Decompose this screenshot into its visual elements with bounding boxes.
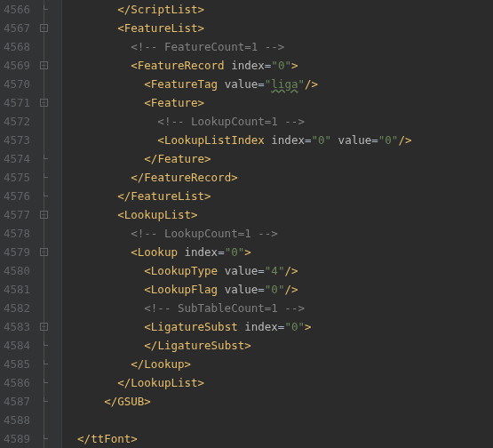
line-number: 4586	[4, 373, 30, 392]
code-line[interactable]: <LigatureSubst index="0">	[64, 317, 493, 336]
code-line[interactable]: <FeatureRecord index="0">	[64, 56, 493, 75]
fold-end-icon	[44, 155, 48, 159]
fold-toggle-icon[interactable]: −	[40, 248, 48, 256]
code-line[interactable]: </FeatureRecord>	[64, 168, 493, 187]
line-number: 4588	[4, 411, 30, 429]
fold-toggle-icon[interactable]: −	[40, 211, 48, 219]
code-area[interactable]: </ScriptList> <FeatureList> <!-- Feature…	[62, 0, 493, 448]
line-number: 4568	[4, 37, 30, 56]
code-line[interactable]: </FeatureList>	[64, 187, 493, 205]
line-number: 4569	[4, 56, 30, 75]
line-number: 4579	[4, 243, 30, 261]
code-line[interactable]: <Lookup index="0">	[64, 243, 493, 261]
fold-end-icon	[44, 341, 48, 346]
code-line[interactable]: </ttFont>	[64, 429, 493, 448]
fold-column[interactable]: −−−−−−	[37, 0, 52, 448]
code-editor[interactable]: 4566456745684569457045714572457345744575…	[0, 0, 493, 448]
code-line[interactable]: <FeatureList>	[64, 19, 493, 37]
line-number: 4574	[4, 149, 30, 168]
line-number: 4580	[4, 261, 30, 280]
line-number: 4578	[4, 224, 30, 243]
line-number: 4566	[4, 0, 30, 19]
code-line[interactable]: <!-- FeatureCount=1 -->	[64, 37, 493, 56]
code-line[interactable]: </Feature>	[64, 149, 493, 168]
line-number: 4573	[4, 131, 30, 149]
line-number: 4587	[4, 392, 30, 411]
code-line[interactable]: </LookupList>	[64, 373, 493, 392]
code-line[interactable]: </ScriptList>	[64, 0, 493, 19]
code-line[interactable]	[64, 411, 493, 429]
line-number: 4577	[4, 205, 30, 224]
fold-end-icon	[44, 397, 48, 402]
code-line[interactable]: <!-- LookupCount=1 -->	[64, 224, 493, 243]
code-line[interactable]: <!-- SubTableCount=1 -->	[64, 299, 493, 317]
code-line[interactable]: <LookupFlag value="0"/>	[64, 280, 493, 299]
line-number: 4582	[4, 299, 30, 317]
fold-toggle-icon[interactable]: −	[40, 323, 48, 331]
code-line[interactable]: </Lookup>	[64, 355, 493, 373]
fold-toggle-icon[interactable]: −	[40, 99, 48, 107]
fold-end-icon	[44, 192, 48, 196]
line-number: 4570	[4, 75, 30, 93]
fold-end-icon	[44, 379, 48, 383]
code-line[interactable]: <Feature>	[64, 93, 493, 112]
code-line[interactable]: <FeatureTag value="liga"/>	[64, 75, 493, 93]
code-line[interactable]: <LookupListIndex index="0" value="0"/>	[64, 131, 493, 149]
line-number: 4567	[4, 19, 30, 37]
line-number: 4571	[4, 93, 30, 112]
fold-end-icon	[44, 173, 48, 178]
line-number: 4575	[4, 168, 30, 187]
editor-margin	[52, 0, 62, 448]
fold-toggle-icon[interactable]: −	[40, 61, 48, 69]
code-line[interactable]: <LookupType value="4"/>	[64, 261, 493, 280]
line-number-gutter: 4566456745684569457045714572457345744575…	[0, 0, 37, 448]
code-line[interactable]: <LookupList>	[64, 205, 493, 224]
fold-end-icon	[44, 360, 48, 364]
line-number: 4581	[4, 280, 30, 299]
line-number: 4585	[4, 355, 30, 373]
code-line[interactable]: </GSUB>	[64, 392, 493, 411]
code-line[interactable]: <!-- LookupCount=1 -->	[64, 112, 493, 131]
line-number: 4576	[4, 187, 30, 205]
code-line[interactable]: </LigatureSubst>	[64, 336, 493, 355]
fold-end-icon	[44, 435, 48, 439]
line-number: 4584	[4, 336, 30, 355]
line-number: 4572	[4, 112, 30, 131]
line-number: 4589	[4, 429, 30, 448]
fold-end-icon	[44, 5, 48, 10]
fold-toggle-icon[interactable]: −	[40, 24, 48, 32]
line-number: 4583	[4, 317, 30, 336]
